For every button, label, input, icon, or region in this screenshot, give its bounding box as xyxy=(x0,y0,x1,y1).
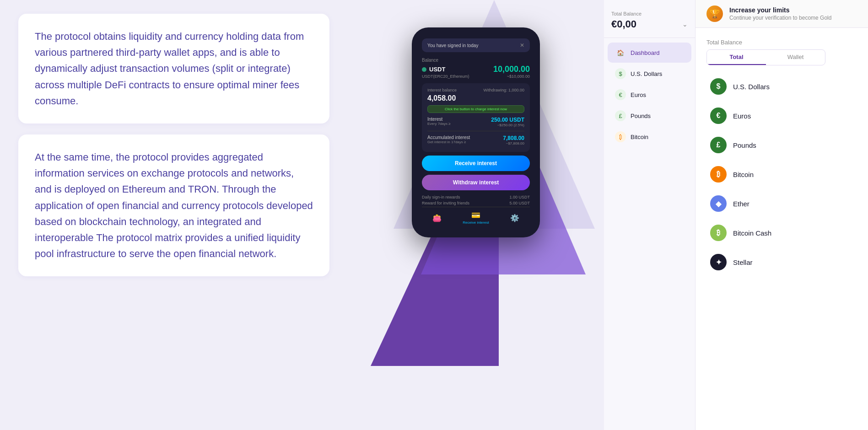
btc-currency-icon: ₿ xyxy=(710,166,727,183)
xlm-currency-icon: ✦ xyxy=(710,254,727,270)
btc-currency-name: Bitcoin xyxy=(733,171,754,178)
phone-usdt-amount: 10,000.00 xyxy=(493,64,530,74)
banner-text-block: Increase your limits Continue your verif… xyxy=(729,6,857,21)
usd-currency-name: U.S. Dollars xyxy=(733,83,770,91)
currency-item-xlm[interactable]: ✦ Stellar xyxy=(706,248,857,276)
text-card-1-content: The protocol obtains liquidity and curre… xyxy=(35,28,313,109)
xlm-currency-name: Stellar xyxy=(733,258,753,266)
right-panel: Total Balance €0,00 ⌄ 🏠 Dashboard $ U.S.… xyxy=(604,0,868,430)
tab-total[interactable]: Total xyxy=(707,50,766,65)
phone-bottom-settings[interactable]: ⚙️ xyxy=(510,214,519,222)
invite-reward-label: Reward for inviting friends xyxy=(422,201,469,205)
sidebar-item-dashboard-label: Dashboard xyxy=(631,49,660,56)
btc-nav-icon: ₿ xyxy=(615,131,626,142)
phone-accumulated-sub: ~$7,808.00 xyxy=(503,141,524,145)
phone-balance-label: Balance xyxy=(422,58,530,63)
wallet-balance-amount: €0,00 xyxy=(611,18,636,30)
currency-item-eur[interactable]: € Euros xyxy=(706,102,857,129)
phone-bottom-receive-label: Receive interest xyxy=(463,220,489,225)
sidebar-item-btc-label: Bitcoin xyxy=(631,134,648,140)
withdraw-interest-button[interactable]: Withdraw interest xyxy=(422,175,530,190)
phone-interest-row: Interest Every 7days ≥ 250.00 USDT ~$250… xyxy=(427,117,524,127)
sidebar-item-eur[interactable]: € Euros xyxy=(608,85,691,105)
usdt-icon xyxy=(422,67,426,72)
wallet-total-balance-label: Total Balance xyxy=(706,39,857,46)
wallet-top-banner[interactable]: 🏆 Increase your limits Continue your ver… xyxy=(695,0,868,28)
phone-interest-sub: ~$250.00 (2.5%) xyxy=(491,123,524,127)
phone-usdt-label: USDT xyxy=(429,66,445,73)
phone-accumulated-row: Accumulated interest Get interest in 17d… xyxy=(427,135,524,145)
phone-int-left: Interest Every 7days ≥ xyxy=(427,117,451,126)
phone-bottom-receive[interactable]: 💳 Receive interest xyxy=(463,211,489,225)
phone-interest-balance-label: Interest balance xyxy=(427,88,457,92)
wallet-nav: 🏠 Dashboard $ U.S. Dollars € Euros £ Pou… xyxy=(604,38,695,151)
wallet-balance-header: Total Balance €0,00 ⌄ xyxy=(604,7,695,38)
phone-acc-left: Accumulated interest Get interest in 17d… xyxy=(427,135,470,144)
phone-charge-btn[interactable]: Click the button to charge interest now xyxy=(427,105,524,113)
phone-interest-balance: 4,058.00 xyxy=(427,94,524,102)
dashboard-icon: 🏠 xyxy=(615,47,626,58)
close-icon[interactable]: ✕ xyxy=(520,42,524,48)
bch-currency-icon: ₿ xyxy=(710,225,727,241)
phone-rewards: Daily sign-in rewards 1.00 USDT Reward f… xyxy=(422,195,530,205)
gbp-currency-icon: £ xyxy=(710,137,727,153)
currency-list: $ U.S. Dollars € Euros £ Pounds ₿ Bitcoi… xyxy=(706,73,857,276)
currency-item-usd[interactable]: $ U.S. Dollars xyxy=(706,73,857,100)
phone-bottom-wallet[interactable]: 👛 xyxy=(432,214,442,222)
phone-bottom-bar: 👛 💳 Receive interest ⚙️ xyxy=(422,207,530,226)
wallet-balance-label: Total Balance xyxy=(611,11,688,16)
eth-currency-name: Ether xyxy=(733,200,749,208)
phone-interest-amount: 250.00 USDT xyxy=(491,117,524,123)
chevron-down-icon[interactable]: ⌄ xyxy=(682,21,688,28)
phone-acc-right: 7,808.00 ~$7,808.00 xyxy=(503,135,524,145)
phone-screen: You have signed in today ✕ Balance USDT … xyxy=(415,31,536,234)
phone-int-right: 250.00 USDT ~$250.00 (2.5%) xyxy=(491,117,524,127)
gbp-icon: £ xyxy=(615,110,626,121)
wallet-sidebar: Total Balance €0,00 ⌄ 🏠 Dashboard $ U.S.… xyxy=(604,0,695,430)
invite-reward-amount: 5.00 USDT xyxy=(509,201,530,205)
currency-item-btc[interactable]: ₿ Bitcoin xyxy=(706,161,857,188)
phone-usdt-left: USDT xyxy=(422,66,445,73)
tab-wallet[interactable]: Wallet xyxy=(766,50,825,65)
sidebar-item-btc[interactable]: ₿ Bitcoin xyxy=(608,127,691,147)
phone-interest-label: Interest xyxy=(427,117,451,122)
middle-panel: You have signed in today ✕ Balance USDT … xyxy=(348,0,604,430)
currency-item-eth[interactable]: ◆ Ether xyxy=(706,190,857,217)
usd-currency-icon: $ xyxy=(710,78,727,95)
currency-item-gbp[interactable]: £ Pounds xyxy=(706,131,857,159)
phone-balance-section: Balance USDT 10,000.00 USDT(ERC20_Ethere… xyxy=(422,58,530,79)
sidebar-item-usd[interactable]: $ U.S. Dollars xyxy=(608,64,691,84)
receive-interest-button[interactable]: Receive interest xyxy=(422,156,530,171)
sidebar-item-gbp[interactable]: £ Pounds xyxy=(608,106,691,126)
phone-usdt-erc: USDT(ERC20_Ethereum) xyxy=(422,74,469,79)
phone-interest-section: Interest balance Withdrawing: 1,000.00 4… xyxy=(422,83,530,152)
wallet-content: Total Balance Total Wallet $ U.S. Dollar… xyxy=(695,28,868,287)
left-panel: The protocol obtains liquidity and curre… xyxy=(0,0,348,430)
phone-notification: You have signed in today ✕ xyxy=(422,38,530,52)
usd-icon: $ xyxy=(615,68,626,79)
phone-frame: You have signed in today ✕ Balance USDT … xyxy=(412,27,540,237)
trophy-icon: 🏆 xyxy=(706,5,723,22)
phone-accumulated-amount: 7,808.00 xyxy=(503,135,524,141)
phone-accumulated-label: Accumulated interest xyxy=(427,135,470,140)
daily-sign-row: Daily sign-in rewards 1.00 USDT xyxy=(422,195,530,199)
currency-item-bch[interactable]: ₿ Bitcoin Cash xyxy=(706,219,857,247)
gbp-currency-name: Pounds xyxy=(733,141,756,149)
trophy-emoji: 🏆 xyxy=(710,9,720,19)
sidebar-item-eur-label: Euros xyxy=(631,91,646,98)
banner-subtitle: Continue your verification to become Gol… xyxy=(729,15,857,21)
sidebar-item-usd-label: U.S. Dollars xyxy=(631,70,662,77)
phone-withdrawing-label: Withdrawing: 1,000.00 xyxy=(483,88,524,92)
banner-title: Increase your limits xyxy=(729,6,857,14)
phone-container: You have signed in today ✕ Balance USDT … xyxy=(412,27,540,237)
text-card-2-content: At the same time, the protocol provides … xyxy=(35,149,313,262)
text-card-2: At the same time, the protocol provides … xyxy=(18,134,329,276)
daily-sign-amount: 1.00 USDT xyxy=(509,195,530,199)
text-card-1: The protocol obtains liquidity and curre… xyxy=(18,14,329,124)
eur-currency-icon: € xyxy=(710,108,727,124)
settings-icon: ⚙️ xyxy=(510,214,519,222)
phone-usdt-row: USDT 10,000.00 xyxy=(422,64,530,74)
wallet-content-header: Total Balance Total Wallet xyxy=(706,39,857,65)
phone-usdt-sub: ~$10,000.00 xyxy=(507,74,530,79)
sidebar-item-dashboard[interactable]: 🏠 Dashboard xyxy=(608,43,691,63)
